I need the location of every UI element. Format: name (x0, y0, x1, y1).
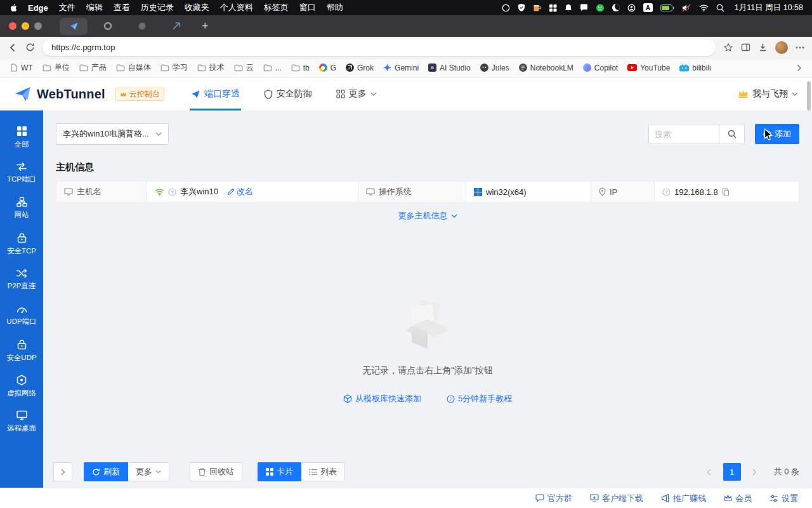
tab-4[interactable] (162, 18, 190, 35)
bookmark-item[interactable]: Copilot (583, 64, 618, 72)
menubar-item-file[interactable]: 文件 (59, 2, 75, 13)
menubar-item-edit[interactable]: 编辑 (86, 2, 103, 13)
menubar-item-view[interactable]: 查看 (114, 2, 130, 13)
add-button[interactable]: 添加 (755, 124, 799, 144)
brand[interactable]: WebTunnel 云控制台 (14, 86, 164, 102)
downloads-icon[interactable] (758, 43, 768, 52)
focus-moon-icon[interactable] (612, 4, 620, 11)
refresh-button[interactable]: 刷新 (84, 462, 128, 481)
siri-icon[interactable] (502, 4, 510, 12)
page-number[interactable]: 1 (723, 463, 741, 481)
official-group-link[interactable]: 官方群 (535, 493, 572, 504)
recycle-bin-button[interactable]: 回收站 (190, 462, 242, 481)
window-zoom-button[interactable] (34, 22, 42, 30)
tab-2[interactable] (94, 18, 122, 35)
bookmark-folder[interactable]: 产品 (79, 62, 107, 73)
tutorial-link[interactable]: ? 5分钟新手教程 (447, 393, 512, 404)
notification-bell-icon[interactable] (565, 4, 572, 12)
user-menu[interactable]: 我与飞翔 (738, 88, 798, 100)
bookmark-item[interactable]: YouTube (627, 64, 670, 72)
tab-3[interactable] (128, 18, 156, 35)
new-tab-button[interactable]: + (202, 20, 209, 32)
bookmark-item[interactable]: G (319, 64, 336, 72)
sidebar-item-secure-tcp[interactable]: 安全TCP (0, 226, 43, 262)
sidebar-item-all[interactable]: 全部 (0, 119, 43, 155)
menubar-item-tabs[interactable]: 标签页 (264, 2, 289, 13)
bookmark-item[interactable]: AI Studio (428, 64, 471, 72)
wifi-icon[interactable] (699, 4, 709, 11)
collapse-sidebar-button[interactable] (53, 462, 72, 481)
bookmark-item[interactable]: Grok (346, 64, 374, 72)
bookmark-item[interactable]: Gemini (383, 64, 419, 72)
next-page-button[interactable] (746, 463, 764, 481)
homebrew-mug-icon[interactable] (533, 4, 541, 12)
bookmark-folder[interactable]: 云 (234, 62, 254, 73)
bookmark-folder[interactable]: 自媒体 (116, 62, 151, 73)
question-circle-icon[interactable]: ? (168, 188, 176, 196)
window-grid-icon[interactable] (549, 4, 557, 12)
bookmark-item[interactable]: Jules (480, 64, 509, 72)
tab-active[interactable] (60, 18, 88, 35)
settings-link[interactable]: 设置 (769, 493, 798, 504)
nav-port-tunnel[interactable]: 端口穿透 (191, 77, 240, 110)
menubar-clock[interactable]: 1月11日 周日 10:58 (735, 3, 803, 13)
prev-page-button[interactable] (700, 463, 718, 481)
menubar-item-help[interactable]: 帮助 (327, 2, 343, 13)
menubar-item-window[interactable]: 窗口 (299, 2, 316, 13)
promotion-link[interactable]: 推广赚钱 (661, 493, 706, 504)
template-quick-add-link[interactable]: 从模板库快速添加 (343, 393, 421, 404)
sidebar-item-p2p[interactable]: P2P直连 (0, 262, 43, 297)
bookmarks-overflow-chevron-icon[interactable] (797, 64, 802, 72)
menubar-item-favorites[interactable]: 收藏夹 (185, 2, 209, 13)
nav-more[interactable]: 更多 (336, 77, 377, 110)
bookmark-folder[interactable]: ... (263, 64, 282, 72)
address-bar[interactable] (43, 39, 716, 56)
sidebar-item-remote-desktop[interactable]: 远程桌面 (0, 404, 43, 439)
window-minimize-button[interactable] (22, 22, 29, 30)
copy-icon[interactable] (722, 188, 730, 196)
search-button[interactable] (719, 124, 745, 144)
question-circle-icon[interactable]: ? (662, 188, 671, 196)
bookmark-item[interactable]: bilibili (679, 64, 710, 72)
profile-avatar[interactable] (775, 41, 788, 54)
menubar-item-history[interactable]: 历史记录 (141, 2, 174, 13)
host-dropdown[interactable]: 李兴的win10电脑普格... (56, 123, 169, 145)
client-download-link[interactable]: 客户端下载 (590, 493, 643, 504)
sidebar-item-website[interactable]: 网站 (0, 190, 43, 226)
user-circle-icon[interactable] (627, 4, 636, 12)
favorite-star-icon[interactable] (723, 43, 733, 53)
spotlight-search-icon[interactable] (716, 4, 724, 12)
back-icon[interactable] (8, 43, 18, 53)
window-close-button[interactable] (9, 22, 16, 30)
apple-menu-icon[interactable] (9, 3, 17, 13)
card-view-button[interactable]: 卡片 (258, 462, 301, 481)
bookmark-item[interactable]: NotebookLM (519, 64, 573, 72)
reload-icon[interactable] (25, 43, 35, 52)
bookmark-folder[interactable]: 单位 (43, 62, 70, 73)
browser-menu-icon[interactable] (796, 46, 804, 49)
sidebar-item-tcp-port[interactable]: TCP端口 (0, 155, 43, 190)
sidebar-item-secure-udp[interactable]: 安全UDP (0, 333, 43, 368)
wechat-icon[interactable] (596, 4, 605, 12)
nav-security-defense[interactable]: 安全防御 (264, 77, 312, 110)
shield-check-icon[interactable] (518, 3, 525, 12)
menubar-app-name[interactable]: Edge (28, 3, 48, 13)
input-source-icon[interactable]: A (643, 3, 653, 12)
sidebar-item-virtual-network[interactable]: 虚拟网络 (0, 368, 43, 404)
volume-muted-icon[interactable] (682, 4, 691, 12)
url-input[interactable] (51, 43, 707, 52)
split-screen-icon[interactable] (741, 43, 750, 52)
messages-icon[interactable] (580, 4, 588, 11)
bookmark-folder[interactable]: 技术 (197, 62, 225, 73)
bookmark-folder[interactable]: 学习 (160, 62, 188, 73)
sidebar-item-udp-port[interactable]: UDP端口 (0, 297, 43, 333)
bookmark-item[interactable]: WT (10, 64, 33, 72)
more-actions-button[interactable]: 更多 (128, 462, 169, 481)
membership-link[interactable]: 会员 (724, 493, 752, 504)
rename-link[interactable]: 改名 (227, 186, 253, 197)
list-view-button[interactable]: 列表 (301, 462, 345, 481)
menubar-item-profiles[interactable]: 个人资料 (220, 2, 253, 13)
bookmark-folder[interactable]: tb (291, 64, 310, 72)
search-input[interactable] (648, 124, 719, 144)
more-host-info-link[interactable]: 更多主机信息 (56, 210, 799, 222)
